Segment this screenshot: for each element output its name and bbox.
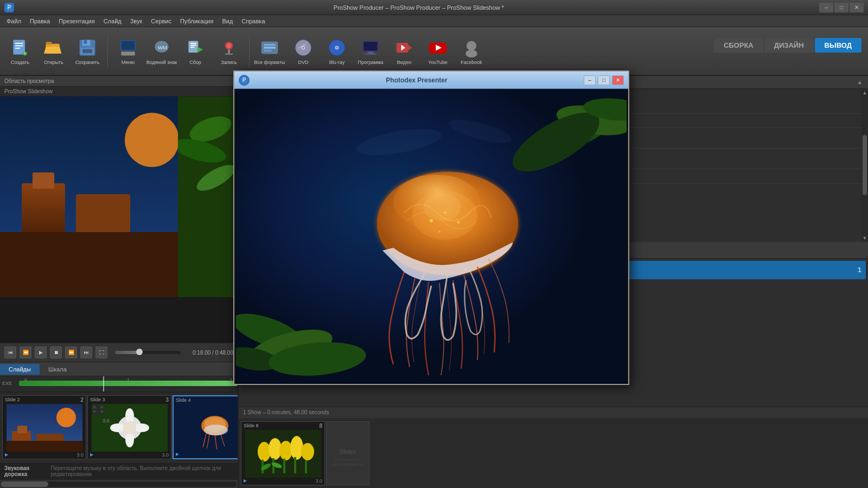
preview-label: Область просмотра — [0, 76, 238, 87]
menu-presentation[interactable]: Презентация — [54, 17, 99, 25]
svg-point-123 — [423, 194, 461, 221]
presenter-maximize-button[interactable]: □ — [598, 75, 610, 85]
svg-rect-3 — [15, 48, 20, 49]
tab-scale[interactable]: Шкала — [40, 364, 75, 375]
menu-service[interactable]: Сервис — [146, 17, 176, 25]
forward-button[interactable]: ⏩ — [65, 346, 77, 358]
svg-rect-50 — [22, 183, 65, 237]
svg-rect-73 — [93, 410, 95, 413]
youtube-button[interactable]: YouTube — [422, 30, 454, 72]
toolbar-separator-1 — [107, 35, 108, 67]
rewind-button[interactable]: ⏪ — [20, 346, 31, 358]
svg-rect-51 — [33, 172, 54, 189]
timeline-green-bar[interactable]: 0 1 2 — [19, 381, 238, 386]
slide-thumb-placeholder[interactable]: Slides Перетащите фотографии из — [326, 421, 369, 485]
svg-rect-52 — [76, 194, 130, 237]
slide-8-play-icon: ▶ — [244, 478, 249, 484]
time-display: 0:18.00 / 0:48.00 — [193, 350, 233, 356]
video-button[interactable]: Видео — [388, 30, 420, 72]
shows-footer: 1 Show – 0 minutes, 48.00 seconds — [239, 407, 868, 418]
tab-sborka[interactable]: СБОРКА — [714, 38, 763, 53]
slide-2-num: 2 — [80, 397, 84, 403]
scroll-thumb[interactable] — [1, 481, 48, 487]
presenter-app-icon: P — [239, 75, 250, 86]
menu-help[interactable]: Справка — [237, 17, 269, 25]
watermark-icon: WM — [151, 37, 173, 59]
menu-button[interactable]: Меню — [112, 30, 144, 72]
create-button[interactable]: + Создать — [4, 30, 36, 72]
slide-2-name: Slide 2 — [5, 397, 20, 402]
timeline-header: Слайды Шкала — [0, 362, 238, 376]
dvd-button[interactable]: DVD — [288, 30, 319, 72]
program-icon — [360, 37, 381, 59]
project-name: ProShow Slideshow — [0, 87, 238, 97]
svg-rect-27 — [264, 44, 276, 46]
svg-rect-19 — [190, 45, 196, 46]
svg-rect-14 — [121, 41, 135, 49]
scroll-up-arrow[interactable]: ▲ — [863, 90, 867, 95]
play-button[interactable]: ▶ — [35, 346, 47, 358]
dvd-icon — [292, 37, 314, 59]
bottom-scrollbar[interactable] — [0, 479, 238, 488]
preview-area — [0, 97, 238, 343]
menu-sound[interactable]: Звук — [126, 17, 147, 25]
preview-slide-1 — [0, 97, 179, 297]
slide-thumb-2[interactable]: Slide 2 2 3.0 ▶ — [2, 395, 86, 459]
menu-slide[interactable]: Слайд — [99, 17, 126, 25]
svg-rect-40 — [365, 54, 376, 55]
jellyfish-scene — [236, 89, 627, 384]
svg-rect-28 — [264, 47, 276, 49]
slide-thumb-8[interactable]: Slide 8 8 3.0 ▶ — [241, 421, 325, 485]
timeline-track: EXE 0 1 2 — [0, 376, 238, 391]
program-button[interactable]: Программа — [355, 30, 386, 72]
watermark-button[interactable]: WM Водяной знак — [146, 30, 177, 72]
record-button[interactable]: Запись — [213, 30, 245, 72]
audio-hint: Перетащите музыку в эту область. Выполни… — [51, 465, 233, 477]
presenter-minimize-button[interactable]: – — [584, 75, 596, 85]
timeline-cursor — [103, 376, 104, 391]
menu-edit[interactable]: Правка — [25, 17, 54, 25]
close-button[interactable]: ✕ — [850, 3, 864, 12]
stop-button[interactable]: ⏹ — [50, 346, 62, 358]
menu-publish[interactable]: Публикация — [176, 17, 218, 25]
bluray-icon — [326, 37, 348, 59]
slide-3-num: 3 — [165, 397, 169, 403]
all-formats-button[interactable]: Все форматы — [254, 30, 285, 72]
preview-content-1 — [0, 97, 179, 297]
slide-thumb-4[interactable]: Slide 4 4 3.0 ▶ — [173, 395, 238, 459]
scroll-down-arrow[interactable]: ▼ — [863, 235, 867, 241]
progress-thumb — [136, 349, 143, 355]
svg-rect-0 — [13, 40, 25, 55]
slide-thumb-3[interactable]: 3.0 Slide 3 3 3.0 ▶ — [87, 395, 171, 459]
facebook-button[interactable]: Facebook — [456, 30, 487, 72]
presenter-controls: – □ ✕ — [584, 75, 624, 85]
bluray-button[interactable]: Blu-ray — [321, 30, 353, 72]
open-button[interactable]: Открыть — [38, 30, 69, 72]
scroll-arrow-up[interactable]: ▲ — [856, 78, 864, 86]
svg-point-46 — [467, 41, 476, 50]
title-bar: P ProShow Producer – ProShow Producer – … — [0, 0, 868, 15]
menu-view[interactable]: Вид — [218, 17, 237, 25]
svg-rect-18 — [190, 43, 196, 44]
progress-bar[interactable] — [115, 351, 181, 354]
audio-track: Звуковая дорожка Перетащите музыку в эту… — [0, 462, 238, 479]
collect-button[interactable]: Сбор — [180, 30, 211, 72]
presenter-titlebar: P Photodex Presenter – □ ✕ — [234, 72, 628, 89]
svg-rect-17 — [188, 41, 198, 53]
tab-slides[interactable]: Слайды — [0, 364, 40, 375]
skip-start-button[interactable]: ⏮ — [4, 346, 16, 358]
svg-rect-29 — [264, 50, 271, 52]
svg-rect-25 — [225, 54, 233, 55]
menu-file[interactable]: Файл — [2, 17, 25, 25]
tab-dizain[interactable]: ДИЗАЙН — [764, 38, 814, 53]
minimize-button[interactable]: – — [819, 3, 833, 12]
maximize-button[interactable]: □ — [834, 3, 848, 12]
tab-vyvod[interactable]: ВЫВОД — [815, 38, 861, 53]
svg-marker-21 — [197, 47, 203, 53]
presenter-close-button[interactable]: ✕ — [612, 75, 624, 85]
collect-icon — [184, 37, 206, 59]
fullscreen-button[interactable]: ⛶ — [95, 346, 107, 358]
skip-end-button[interactable]: ⏭ — [80, 346, 92, 358]
svg-rect-106 — [305, 460, 307, 473]
save-button[interactable]: Сохранить — [72, 30, 103, 72]
